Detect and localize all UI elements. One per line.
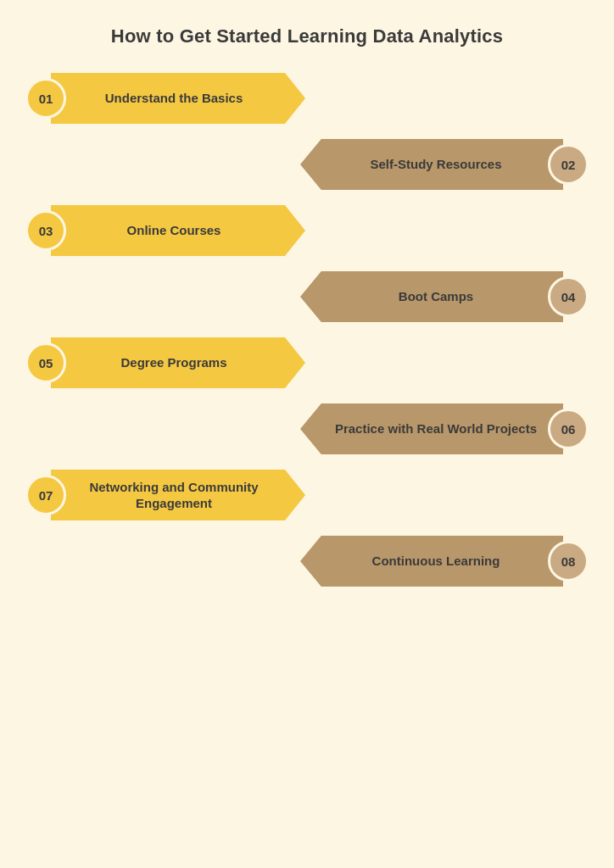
badge-06: 06 bbox=[548, 409, 589, 449]
arrow-01: Understand the Basics bbox=[51, 73, 305, 124]
step-row-05: 05Degree Programs bbox=[25, 337, 589, 388]
arrow-04: Boot Camps bbox=[300, 271, 563, 322]
badge-04: 04 bbox=[548, 276, 589, 317]
arrow-02: Self-Study Resources bbox=[300, 139, 563, 190]
step-row-06: Practice with Real World Projects06 bbox=[25, 403, 589, 454]
step-label-05: Degree Programs bbox=[120, 354, 226, 371]
step-label-06: Practice with Real World Projects bbox=[335, 420, 537, 437]
badge-01: 01 bbox=[25, 78, 66, 119]
step-row-03: 03Online Courses bbox=[25, 205, 589, 256]
badge-05: 05 bbox=[25, 342, 66, 383]
arrow-03: Online Courses bbox=[51, 205, 305, 256]
step-row-02: Self-Study Resources02 bbox=[25, 139, 589, 190]
page-title: How to Get Started Learning Data Analyti… bbox=[111, 25, 503, 47]
step-label-03: Online Courses bbox=[127, 222, 221, 239]
badge-03: 03 bbox=[25, 210, 66, 251]
arrow-07: Networking and Community Engagement bbox=[51, 470, 305, 520]
step-label-04: Boot Camps bbox=[399, 288, 473, 305]
step-label-02: Self-Study Resources bbox=[370, 156, 501, 173]
step-label-07: Networking and Community Engagement bbox=[76, 479, 271, 512]
arrow-06: Practice with Real World Projects bbox=[300, 403, 563, 454]
step-label-08: Continuous Learning bbox=[372, 553, 500, 570]
step-label-01: Understand the Basics bbox=[105, 90, 243, 107]
badge-07: 07 bbox=[25, 475, 66, 515]
step-row-08: Continuous Learning08 bbox=[25, 536, 589, 587]
arrow-08: Continuous Learning bbox=[300, 536, 563, 587]
badge-08: 08 bbox=[548, 541, 589, 581]
steps-container: 01Understand the BasicsSelf-Study Resour… bbox=[17, 73, 597, 587]
badge-02: 02 bbox=[548, 144, 589, 185]
step-row-01: 01Understand the Basics bbox=[25, 73, 589, 124]
arrow-05: Degree Programs bbox=[51, 337, 305, 388]
step-row-07: 07Networking and Community Engagement bbox=[25, 470, 589, 520]
step-row-04: Boot Camps04 bbox=[25, 271, 589, 322]
